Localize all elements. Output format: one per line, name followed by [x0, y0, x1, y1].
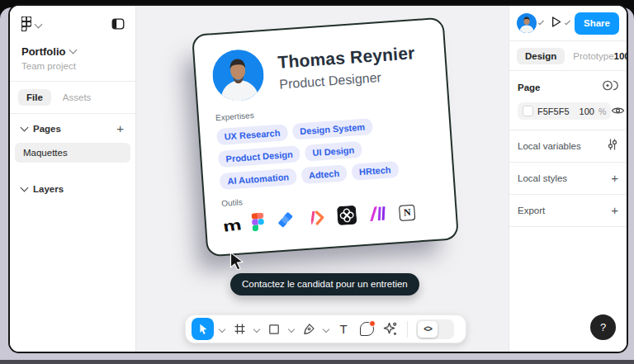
purple-bars-logo: [368, 204, 388, 226]
zoom-level-dropdown[interactable]: 100%: [614, 51, 628, 61]
layers-section-header[interactable]: Layers: [10, 174, 135, 196]
comment-icon: [360, 322, 374, 336]
frame-tool-button[interactable]: [230, 320, 248, 338]
file-name: Portfolio: [21, 45, 65, 58]
file-name-menu[interactable]: Portfolio: [21, 45, 124, 58]
chevron-down-icon[interactable]: [538, 19, 544, 25]
candidate-role: Product Designer: [279, 68, 417, 92]
page-color-input[interactable]: F5F5F5 100 %: [518, 102, 611, 120]
color-swatch[interactable]: [523, 106, 533, 116]
avatar: [211, 48, 265, 102]
chevron-down-icon: [21, 123, 29, 131]
chevron-down-icon: [69, 46, 78, 54]
left-sidebar: Portfolio Team project File Assets Pages…: [10, 6, 136, 352]
design-canvas[interactable]: Thomas Reynier Product Designer Expertis…: [136, 6, 512, 352]
figma-app-window: Portfolio Team project File Assets Pages…: [8, 4, 628, 353]
tag: AI Automation: [220, 168, 297, 190]
add-export-button[interactable]: +: [611, 206, 618, 215]
tab-design[interactable]: Design: [517, 48, 565, 64]
chevron-down-icon[interactable]: [564, 19, 570, 25]
mouse-cursor: [229, 252, 245, 273]
share-button[interactable]: Share: [575, 12, 619, 35]
tab-file[interactable]: File: [18, 89, 51, 106]
page-item-maquettes[interactable]: Maquettes: [15, 143, 130, 163]
m-scribble-logo: m: [222, 218, 240, 232]
tag: UI Design: [305, 141, 362, 162]
tag: HRtech: [351, 161, 399, 181]
text-tool-button[interactable]: T: [334, 320, 352, 338]
code-icon: <>: [418, 321, 438, 338]
jira-logo: [276, 210, 296, 232]
pages-label: Pages: [33, 124, 61, 134]
pencil-chevron-logo: [306, 208, 326, 230]
chevron-down-icon[interactable]: [323, 325, 329, 332]
page-section-label: Page: [518, 83, 541, 92]
notion-logo: N: [399, 205, 415, 221]
variables-sliders-icon[interactable]: [607, 138, 618, 154]
help-button[interactable]: ?: [590, 314, 616, 340]
chevron-down-icon[interactable]: [219, 325, 225, 332]
desktop-edge: [0, 360, 634, 364]
profile-card[interactable]: Thomas Reynier Product Designer Expertis…: [192, 17, 459, 258]
chevron-down-icon[interactable]: [35, 20, 43, 28]
notification-dot: [369, 320, 376, 327]
chevron-down-icon[interactable]: [253, 325, 260, 332]
tab-assets[interactable]: Assets: [63, 92, 92, 102]
chevron-down-icon[interactable]: [288, 325, 295, 332]
dovetail-knot-logo: [337, 206, 357, 229]
layers-label: Layers: [33, 184, 64, 194]
actions-tool-button[interactable]: [381, 320, 399, 338]
apply-variable-icon[interactable]: [602, 79, 618, 95]
add-style-button[interactable]: +: [611, 174, 618, 182]
tag: Product Design: [218, 145, 300, 168]
color-hex-value[interactable]: F5F5F5: [537, 106, 570, 116]
toggle-sidebar-icon[interactable]: [111, 17, 125, 35]
visibility-eye-icon[interactable]: [611, 104, 625, 119]
opacity-unit: %: [599, 106, 606, 116]
tag: Adtech: [300, 164, 348, 184]
move-tool-button[interactable]: [192, 318, 214, 340]
project-name: Team project: [21, 61, 124, 71]
bottom-toolbar: T <>: [185, 314, 466, 343]
candidate-name: Thomas Reynier: [277, 43, 415, 73]
chevron-down-icon: [21, 183, 29, 191]
opacity-value[interactable]: 100: [580, 106, 594, 116]
local-variables-label: Local variables: [518, 141, 581, 151]
pen-tool-button[interactable]: [300, 320, 318, 338]
add-page-button[interactable]: +: [116, 125, 124, 133]
user-avatar[interactable]: [517, 13, 537, 33]
screenshot-stage: Portfolio Team project File Assets Pages…: [0, 0, 634, 364]
tag: UX Research: [216, 124, 288, 145]
present-play-button[interactable]: [549, 15, 563, 32]
local-styles-label: Local styles: [518, 173, 567, 183]
tab-prototype[interactable]: Prototype: [573, 51, 613, 61]
figma-menu-icon[interactable]: [21, 17, 31, 35]
export-label: Export: [518, 206, 545, 215]
shape-tool-button[interactable]: [265, 320, 283, 338]
tooltip: Contactez le candidat pour un entretien: [230, 273, 419, 295]
tag: Design System: [292, 118, 373, 140]
pages-section-header[interactable]: Pages +: [10, 114, 135, 135]
right-sidebar: Share Design Prototype 100% Page: [509, 6, 627, 352]
dev-mode-toggle[interactable]: <>: [416, 319, 454, 339]
comment-tool-button[interactable]: [357, 320, 376, 338]
expertise-tags: UX Research Design System Product Design…: [216, 114, 440, 190]
toolbar-divider: [407, 321, 408, 338]
figma-logo: [251, 212, 265, 234]
